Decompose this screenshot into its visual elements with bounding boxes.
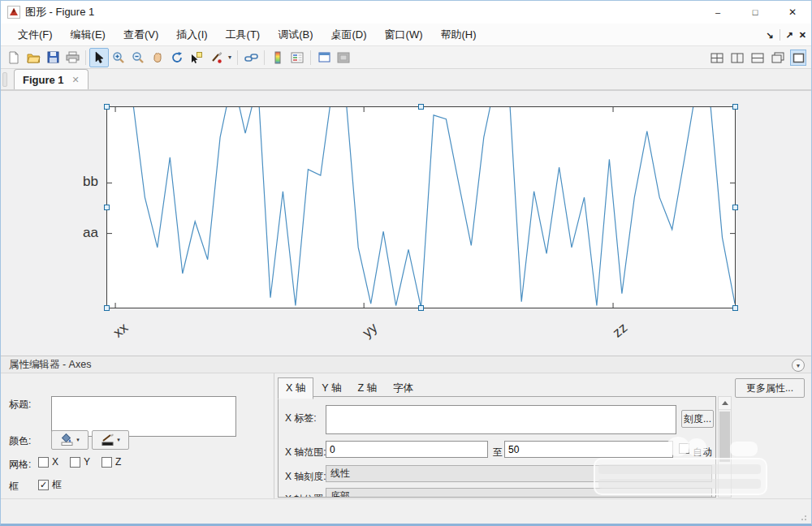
title-label: 标题:	[9, 398, 31, 412]
x-tick-label: xx	[110, 320, 132, 341]
menu-item[interactable]: 查看(V)	[114, 24, 167, 45]
menu-item[interactable]: 文件(F)	[9, 24, 62, 45]
figure-window: 图形 - Figure 1 – □ ✕ 文件(F)编辑(E)查看(V)插入(I)…	[0, 0, 812, 526]
grid-checkbox-z[interactable]	[102, 457, 112, 468]
selection-handle-top-right[interactable]	[732, 104, 738, 110]
xrange-auto-checkbox[interactable]	[679, 443, 689, 454]
tab-X轴[interactable]: X 轴	[278, 377, 313, 399]
xrange-min-input[interactable]	[326, 441, 488, 458]
dock-figure-icon[interactable]: ↘	[766, 30, 773, 41]
close-figure-icon[interactable]: ✕	[799, 30, 806, 41]
open-file-icon[interactable]	[24, 48, 43, 67]
grid-checkbox-x[interactable]	[38, 457, 49, 468]
fill-color-picker[interactable]: ▾	[51, 430, 89, 450]
hide-plot-tools-icon[interactable]	[314, 48, 334, 67]
zoom-in-icon[interactable]	[109, 48, 128, 67]
more-properties-button[interactable]: 更多属性...	[735, 378, 805, 398]
data-cursor-icon[interactable]	[187, 48, 206, 67]
tile-grid-icon[interactable]	[709, 50, 725, 66]
xlabel-input[interactable]	[326, 405, 676, 434]
figure-tab-label: Figure 1	[23, 74, 64, 86]
maximize-button[interactable]: □	[736, 1, 774, 24]
xscale-label: X 轴刻度:	[285, 470, 326, 484]
separator	[780, 29, 780, 41]
box-label: 框	[9, 480, 19, 494]
xscale-select[interactable]: 线性	[326, 465, 712, 482]
box-checkbox[interactable]: ✓	[38, 480, 49, 490]
menu-item[interactable]: 桌面(D)	[322, 24, 376, 45]
property-editor-body: 标题: 颜色: ▾ ▾ 网格: XYZ 框 ✓ 框 X 轴Y 轴Z 轴字体 X …	[1, 373, 811, 498]
selection-handle-top-left[interactable]	[104, 104, 110, 110]
menu-bar: 文件(F)编辑(E)查看(V)插入(I)工具(T)调试(B)桌面(D)窗口(W)…	[1, 24, 811, 46]
collapse-panel-button[interactable]: ▼	[792, 359, 805, 372]
single-window-icon[interactable]	[790, 50, 806, 66]
xposition-label: X 轴位置:	[285, 493, 326, 498]
y-tick-label: aa	[56, 225, 98, 241]
y-tick-label: bb	[56, 174, 98, 190]
window-title: 图形 - Figure 1	[25, 5, 94, 19]
xrange-max-input[interactable]	[504, 441, 673, 458]
insert-colorbar-icon[interactable]	[268, 48, 287, 67]
selection-handle-bottom-right[interactable]	[732, 305, 738, 311]
box-checkbox-label: 框	[52, 478, 62, 492]
line-color-picker[interactable]: ▾	[92, 430, 129, 450]
menu-item[interactable]: 编辑(E)	[62, 24, 114, 45]
color-label: 颜色:	[9, 434, 31, 448]
menu-item[interactable]: 工具(T)	[217, 24, 270, 45]
brush-data-icon[interactable]	[206, 48, 226, 67]
scrollbar-up-button[interactable]	[719, 397, 731, 410]
pan-icon[interactable]	[148, 48, 167, 67]
grid-checkbox-label: X	[52, 456, 58, 468]
zoom-out-icon[interactable]	[128, 48, 148, 67]
link-plots-icon[interactable]	[241, 48, 261, 67]
edit-plot-icon[interactable]	[89, 48, 109, 67]
xposition-select[interactable]: 底部	[326, 488, 712, 498]
title-bar: 图形 - Figure 1 – □ ✕	[1, 1, 811, 24]
selection-handle-mid-right[interactable]	[732, 205, 738, 210]
tab-bar-grip[interactable]	[2, 72, 7, 87]
axis-properties-panel: X 轴Y 轴Z 轴字体 X 标签: X 轴范围: 至 自动 X 轴刻度: 线性 …	[275, 373, 811, 498]
show-plot-tools-icon[interactable]	[334, 48, 353, 67]
save-figure-icon[interactable]	[43, 48, 63, 67]
grid-label: 网格:	[9, 458, 31, 472]
grid-checkbox-label: Z	[115, 456, 121, 468]
rotate-3d-icon[interactable]	[167, 48, 187, 67]
tab-content-scrollbar[interactable]	[718, 396, 732, 498]
insert-legend-icon[interactable]	[287, 48, 307, 67]
new-figure-icon[interactable]	[4, 48, 24, 67]
matlab-figure-icon	[7, 6, 20, 19]
figure-tab[interactable]: Figure 1 ✕	[14, 69, 89, 89]
selection-handle-top-mid[interactable]	[418, 104, 424, 110]
undock-figure-icon[interactable]: ↗	[786, 30, 793, 41]
menu-item[interactable]: 调试(B)	[269, 24, 322, 45]
xrange-label: X 轴范围:	[285, 446, 326, 459]
selection-handle-mid-left[interactable]	[104, 205, 110, 210]
brush-dropdown-icon[interactable]: ▾	[226, 54, 234, 61]
menu-item[interactable]: 插入(I)	[167, 24, 216, 45]
split-columns-icon[interactable]	[729, 50, 745, 66]
xlabel-label: X 标签:	[285, 412, 317, 425]
float-windows-icon[interactable]	[770, 50, 786, 66]
minimize-button[interactable]: –	[699, 1, 736, 24]
scrollbar-thumb[interactable]	[719, 412, 730, 462]
print-figure-icon[interactable]	[63, 48, 82, 67]
selection-handle-bottom-mid[interactable]	[418, 305, 424, 311]
figure-tab-bar: Figure 1 ✕	[1, 69, 811, 91]
grid-checkbox-label: Y	[84, 456, 90, 468]
grid-checkbox-y[interactable]	[70, 457, 80, 468]
selection-handle-bottom-left[interactable]	[104, 305, 110, 311]
menu-item[interactable]: 帮助(H)	[432, 24, 486, 45]
x-axis-tab-content: X 标签: X 轴范围: 至 自动 X 轴刻度: 线性 X 轴位置: 底部 刻度…	[278, 396, 716, 498]
xrange-to-label: 至	[493, 446, 503, 459]
menu-item[interactable]: 窗口(W)	[376, 24, 432, 45]
tab-close-icon[interactable]: ✕	[72, 75, 80, 85]
ticks-button[interactable]: 刻度...	[681, 410, 714, 428]
close-button[interactable]: ✕	[774, 1, 811, 24]
axes[interactable]	[106, 106, 736, 308]
property-editor-title: 属性编辑器 - Axes	[9, 358, 91, 372]
resize-grip[interactable]	[801, 513, 809, 521]
property-editor-header: 属性编辑器 - Axes ▼	[1, 356, 811, 373]
split-rows-icon[interactable]	[749, 50, 766, 66]
status-bar	[1, 498, 811, 524]
figure-canvas: bbaaxxyyzz	[1, 91, 811, 356]
